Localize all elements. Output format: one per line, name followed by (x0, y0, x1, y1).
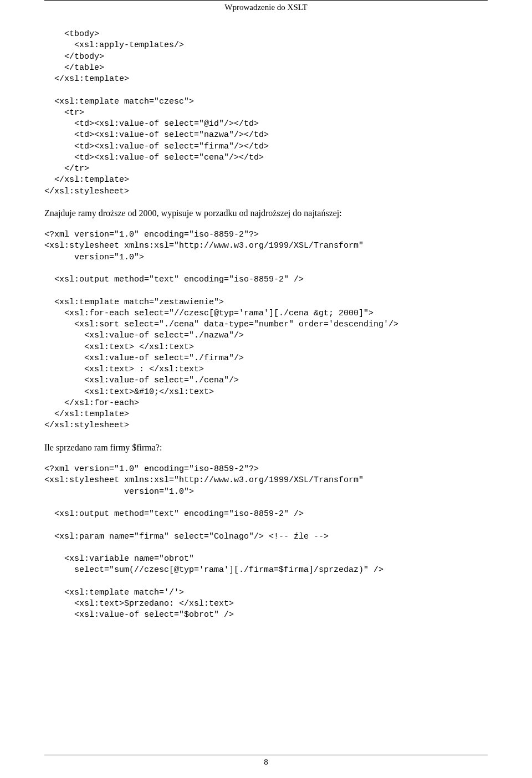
footer-rule (44, 755, 488, 755)
header-rule (44, 0, 488, 1)
code-block-3: <?xml version="1.0" encoding="iso-8859-2… (44, 464, 488, 621)
code-block-1: <tbody> <xsl:apply-templates/> </tbody> … (44, 29, 488, 197)
footer: 8 (0, 755, 532, 767)
page: Wprowadzenie do XSLT <tbody> <xsl:apply-… (0, 0, 532, 778)
prose-1: Znajduje ramy droższe od 2000, wypisuje … (44, 207, 488, 219)
prose-2: Ile sprzedano ram firmy $firma?: (44, 442, 488, 454)
header-title: Wprowadzenie do XSLT (44, 3, 488, 12)
code-block-2: <?xml version="1.0" encoding="iso-8859-2… (44, 229, 488, 432)
page-number: 8 (264, 757, 268, 766)
header: Wprowadzenie do XSLT (44, 0, 488, 12)
